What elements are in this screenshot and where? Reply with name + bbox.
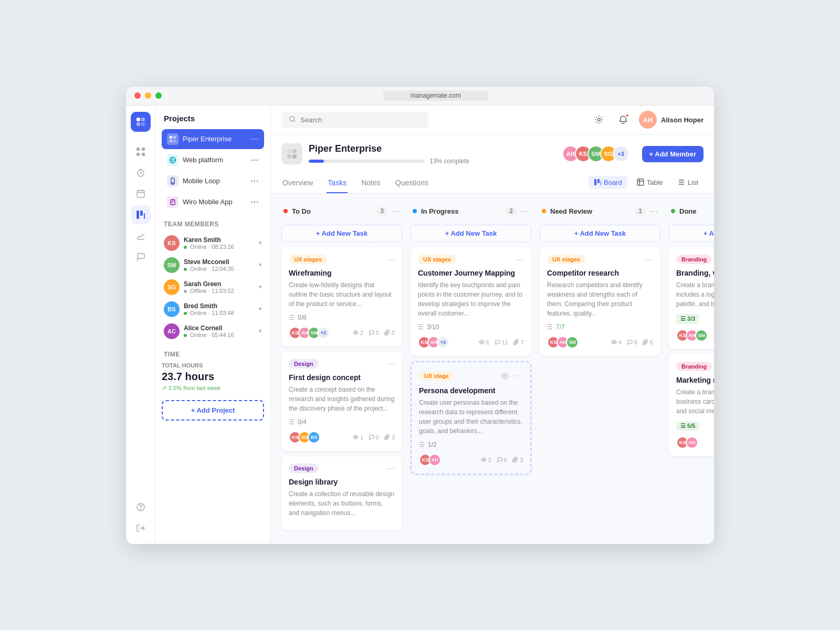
project-item-mobile[interactable]: Mobile Loop ⋯ [162, 171, 264, 191]
nav-calendar-icon[interactable] [131, 184, 150, 203]
card-more-customer-journey[interactable]: ⋯ [516, 255, 524, 265]
col-count-todo: 3 [376, 207, 387, 215]
av-fd-3: BS [308, 431, 320, 444]
card-header-competitor-research: UX stages ⋯ [547, 255, 653, 265]
av-cj-more: +3 [437, 336, 449, 349]
col-dot-needreview [542, 209, 546, 213]
card-footer-marketing-materials: KS AH 2 7 [676, 436, 714, 449]
task-list-icon-pd: ☰ [419, 441, 425, 448]
card-footer-persona-dev: KS AH 2 6 [419, 454, 523, 466]
avatars-marketing-materials: KS AH [676, 436, 698, 449]
chevron-karen: ▾ [259, 239, 262, 246]
project-more-piper[interactable]: ⋯ [250, 134, 259, 144]
tab-overview[interactable]: Overview [281, 173, 314, 193]
nav-timer-icon[interactable] [131, 163, 150, 182]
card-title-branding-visual: Branding, visual identity [676, 269, 714, 277]
add-task-done[interactable]: + Add New Task [669, 225, 714, 242]
member-name-karen: Karen Smith [184, 236, 255, 244]
tab-notes[interactable]: Notes [360, 173, 382, 193]
col-more-needreview[interactable]: ⋯ [650, 206, 658, 216]
time-label: TOTAL HOURS [162, 362, 264, 369]
time-value: 23.7 hours [162, 371, 264, 383]
nav-logout-icon[interactable] [131, 519, 150, 538]
member-alice[interactable]: AC Alice Cornell Online · 05:44:16 ▾ [162, 320, 264, 342]
stats-wireframing: 2 0 0 [353, 330, 395, 336]
app-body: Projects Piper Enterprise ⋯ [126, 106, 714, 544]
card-title-marketing-materials: Marketing materials [676, 376, 714, 384]
project-item-wiro[interactable]: Wiro Mobile App ⋯ [162, 192, 264, 212]
chevron-alice: ▾ [259, 328, 262, 334]
card-title-first-design: First design concept [289, 373, 395, 382]
project-more-web[interactable]: ⋯ [250, 155, 259, 165]
tag-branding-visual: Branding [676, 255, 712, 264]
member-steve[interactable]: SM Steve Mcconell Online · 12:04:35 ▾ [162, 254, 264, 276]
search-box[interactable] [281, 112, 428, 128]
project-more-mobile[interactable]: ⋯ [250, 176, 259, 186]
nav-help-icon[interactable] [131, 498, 150, 517]
maximize-dot[interactable] [155, 92, 162, 99]
svg-rect-10 [136, 211, 139, 219]
card-footer-wireframing: KS AH SM +2 2 [289, 327, 395, 339]
tab-list: Overview Tasks Notes Questions [281, 173, 429, 193]
card-footer-competitor-research: KS AH SM 4 [547, 336, 653, 349]
progress-row: 13% complete [309, 158, 556, 165]
card-header-marketing-materials: Branding ⋯ [676, 362, 714, 372]
status-dot-sarah [184, 290, 187, 293]
tab-tasks[interactable]: Tasks [327, 173, 348, 193]
topbar: AH Alison Hoper [271, 106, 714, 135]
user-avatar: AH [639, 111, 657, 129]
nav-grid-icon[interactable] [131, 142, 150, 161]
notifications-icon[interactable] [615, 111, 632, 128]
tag-marketing-materials: Branding [676, 362, 712, 371]
card-more-first-design[interactable]: ⋯ [386, 359, 395, 369]
card-more-competitor-research[interactable]: ⋯ [645, 255, 653, 265]
user-info[interactable]: AH Alison Hoper [639, 111, 704, 129]
svg-point-33 [355, 332, 356, 333]
close-dot[interactable] [134, 92, 141, 99]
avatars-first-design: KS SG BS [289, 431, 320, 444]
time-section-title: Time [164, 351, 264, 358]
card-more-wireframing[interactable]: ⋯ [386, 255, 395, 265]
card-branding-visual: Branding ⋯ Branding, visual identity Cre… [669, 247, 714, 349]
svg-rect-7 [142, 153, 145, 156]
project-item-piper[interactable]: Piper Enterprise ⋯ [162, 129, 264, 149]
view-table-button[interactable]: Table [632, 176, 668, 189]
nav-chat-icon[interactable] [131, 247, 150, 266]
settings-icon[interactable] [591, 111, 607, 128]
col-more-todo[interactable]: ⋯ [392, 206, 400, 216]
url-input[interactable] [383, 90, 488, 101]
member-name-bred: Bred Smith [184, 302, 255, 310]
avatar-karen: KS [164, 235, 180, 251]
search-input[interactable] [300, 116, 421, 124]
project-item-web[interactable]: Web platform ⋯ [162, 150, 264, 170]
app-logo[interactable] [131, 112, 151, 132]
add-member-button[interactable]: + Add Member [642, 146, 704, 162]
tab-questions[interactable]: Questions [394, 173, 429, 193]
card-more-persona-dev[interactable]: ⋯ [514, 371, 523, 381]
add-project-button[interactable]: + Add Project [162, 400, 264, 421]
add-task-needreview[interactable]: + Add New Task [540, 225, 660, 242]
avatar-alice: AC [164, 323, 180, 339]
nav-chart-icon[interactable] [131, 226, 150, 245]
card-badge-branding-visual: ☰ 3/3 [676, 314, 699, 324]
chevron-bred: ▾ [259, 306, 262, 312]
add-task-inprogress[interactable]: + Add New Task [411, 225, 531, 242]
svg-point-21 [172, 182, 173, 183]
minimize-dot[interactable] [145, 92, 151, 99]
column-todo: To Do 3 ⋯ + Add New Task UX stages ⋯ Wir… [281, 202, 402, 536]
member-bred[interactable]: BS Bred Smith Online · 11:03:48 ▾ [162, 298, 264, 320]
member-karen[interactable]: KS Karen Smith Online · 08:23:26 ▾ [162, 232, 264, 254]
project-more-wiro[interactable]: ⋯ [250, 197, 259, 207]
stats-customer-journey: 6 11 7 [479, 339, 524, 345]
view-board-button[interactable]: Board [589, 176, 627, 189]
col-more-inprogress[interactable]: ⋯ [521, 206, 529, 216]
card-more-design-library[interactable]: ⋯ [386, 464, 395, 474]
views-wireframing: 2 [353, 330, 363, 336]
nav-board-icon[interactable] [131, 205, 150, 224]
task-list-icon-cj: ☰ [418, 323, 424, 331]
add-task-todo[interactable]: + Add New Task [281, 225, 402, 242]
svg-rect-28 [292, 154, 297, 159]
view-list-button[interactable]: List [673, 176, 704, 189]
card-title-customer-journey: Customer Journey Mapping [418, 269, 524, 277]
member-sarah[interactable]: SG Sarah Green Offline · 11:03:52 ▾ [162, 276, 264, 298]
